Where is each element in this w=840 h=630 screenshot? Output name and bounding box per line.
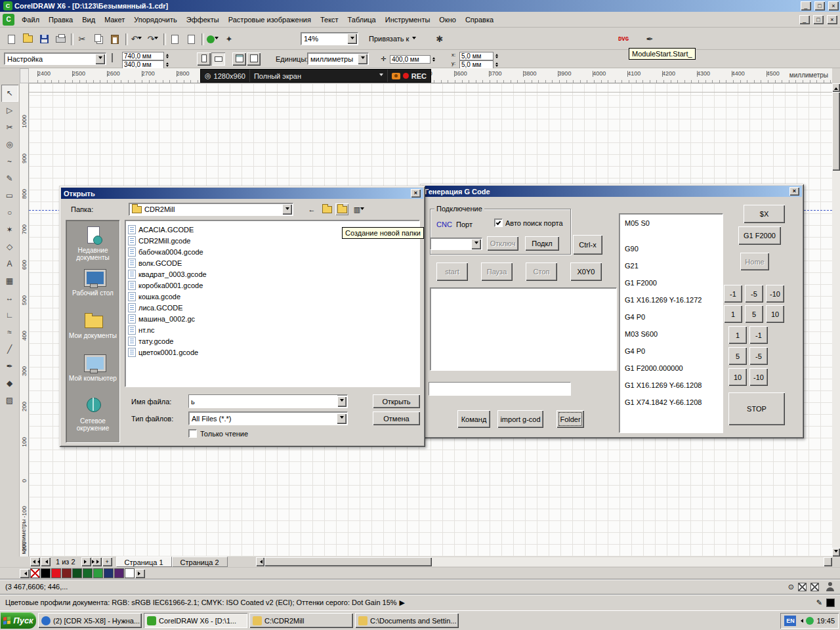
proof-icon[interactable]: ⊙ xyxy=(788,583,794,591)
doc-close-button[interactable]: × xyxy=(827,15,837,24)
color-swatch[interactable] xyxy=(62,568,72,578)
scroll-up-button[interactable] xyxy=(832,83,840,92)
gcode-line[interactable]: G90 xyxy=(625,245,723,262)
open-dialog-close-button[interactable]: × xyxy=(411,189,421,198)
horizontal-scroll-thumb[interactable] xyxy=(264,557,432,566)
autosearch-checkbox[interactable]: Авто поиск порта xyxy=(494,219,563,227)
gcode-line[interactable]: G1 X74.1842 Y-66.1208 xyxy=(625,398,723,415)
print-button[interactable] xyxy=(52,32,68,47)
zoom-level-combo[interactable]: 14% xyxy=(301,32,358,45)
color-swatch[interactable] xyxy=(72,568,82,578)
polygon-tool[interactable]: ✶ xyxy=(1,221,18,238)
taskbar-task-button[interactable]: C:\CDR2Mill xyxy=(249,613,353,628)
home-button[interactable]: Home xyxy=(740,253,769,270)
jog-button[interactable]: 5 xyxy=(728,347,747,365)
units-dropdown-button[interactable] xyxy=(358,54,368,64)
preset-dropdown-button[interactable] xyxy=(95,54,105,64)
file-list-item[interactable]: нт.nc xyxy=(125,324,419,335)
duplicate-y-spinner[interactable] xyxy=(494,61,499,68)
portrait-orientation-button[interactable] xyxy=(197,52,211,66)
all-pages-button[interactable] xyxy=(232,52,246,66)
vertical-scroll-thumb[interactable] xyxy=(832,92,840,171)
jog-button[interactable]: 10 xyxy=(728,368,747,386)
g1-f2000-button[interactable]: G1 F2000 xyxy=(738,226,781,245)
gcode-line[interactable]: G4 P0 xyxy=(625,347,723,364)
first-page-button[interactable] xyxy=(30,557,40,566)
gcode-listbox[interactable]: M05 S0 G90 G21 G1 F2000 G1 X16.1269 Y-16… xyxy=(619,213,723,433)
gcode-dialog-titlebar[interactable]: Генерация G Code × xyxy=(422,186,802,197)
dimension-tool[interactable]: ↔ xyxy=(1,289,18,306)
doc-restore-button[interactable]: □ xyxy=(813,15,824,24)
outline-pen-tool[interactable]: ✒ xyxy=(1,358,18,375)
gcode-line[interactable]: G1 F2000.000000 xyxy=(625,364,723,381)
filetype-dropdown-button[interactable] xyxy=(337,413,346,424)
menu-item[interactable]: Инструменты xyxy=(381,13,435,26)
places-bar-item[interactable]: Рабочий стол xyxy=(66,268,119,311)
file-list-item[interactable]: коробка0001.gcode xyxy=(125,280,419,291)
expand-arrow-icon[interactable]: ▶ xyxy=(400,598,405,607)
scroll-left-button[interactable] xyxy=(256,557,264,566)
jog-button[interactable]: 5 xyxy=(745,305,763,323)
new-folder-button[interactable] xyxy=(335,203,348,215)
import-gcode-button[interactable]: import g-cod xyxy=(497,410,543,428)
page-tab[interactable]: Страница 2 xyxy=(172,556,228,567)
nudge-field[interactable]: 400,0 мм xyxy=(390,55,436,64)
taskbar-task-button[interactable]: C:\Documents and Settin... xyxy=(355,613,459,628)
duplicate-x-spinner[interactable] xyxy=(494,52,499,60)
command-input-box[interactable] xyxy=(429,382,571,396)
autosearch-checkbox-box[interactable] xyxy=(494,219,503,227)
page-width-spinner[interactable] xyxy=(164,52,170,60)
page-width-field[interactable]: 740,0 мм xyxy=(122,52,170,60)
color-swatch[interactable] xyxy=(30,568,40,578)
doc-minimize-button[interactable]: _ xyxy=(799,15,810,24)
color-swatch[interactable] xyxy=(104,568,114,578)
text-tool[interactable]: А xyxy=(1,255,18,272)
jog-button[interactable]: -1 xyxy=(749,326,768,344)
fill-tool[interactable]: ◆ xyxy=(1,375,18,392)
gcode-line[interactable]: G1 X16.1269 Y-66.1208 xyxy=(625,381,723,398)
color-swatch[interactable] xyxy=(93,568,103,578)
gcode-line[interactable]: G21 xyxy=(625,262,723,279)
page-height-spinner[interactable] xyxy=(164,61,170,68)
back-button[interactable]: ← xyxy=(305,203,318,215)
jog-button[interactable]: 1 xyxy=(724,305,742,323)
file-list-item[interactable]: тату.gcode xyxy=(125,335,419,346)
snap-to-dropdown[interactable]: Привязать к xyxy=(365,32,420,45)
page-tab[interactable]: Страница 1 xyxy=(116,556,172,567)
port-combo[interactable] xyxy=(430,238,482,250)
taskbar-task-button[interactable]: (2) [CDR X5-X8] - Нужна... xyxy=(38,613,142,628)
last-page-button[interactable] xyxy=(92,557,102,566)
menu-item[interactable]: Правка xyxy=(44,13,77,26)
jog-button[interactable]: -10 xyxy=(766,285,784,303)
landscape-orientation-button[interactable] xyxy=(211,52,225,66)
folder-dropdown-button[interactable] xyxy=(282,204,292,215)
pause-button[interactable]: Пауза xyxy=(481,262,513,281)
gcode-line[interactable]: M05 S0 xyxy=(625,219,723,236)
places-bar-item[interactable]: Мои документы xyxy=(66,311,119,354)
rectangle-tool[interactable]: ▭ xyxy=(1,187,18,204)
gcode-dialog-close-button[interactable]: × xyxy=(789,187,799,196)
places-bar-item[interactable]: Сетевое окружение xyxy=(66,396,119,439)
readonly-checkbox-box[interactable] xyxy=(188,429,197,438)
crop-tool[interactable]: ✂ xyxy=(1,119,18,136)
places-bar-item[interactable]: Недавние документы xyxy=(66,226,119,268)
ellipse-tool[interactable]: ○ xyxy=(1,204,18,221)
export-button[interactable] xyxy=(183,32,199,47)
current-page-button[interactable] xyxy=(247,52,261,66)
filename-input[interactable] xyxy=(189,395,337,408)
freehand-tool[interactable]: ~ xyxy=(1,153,18,170)
start-button[interactable]: Пуск xyxy=(1,612,36,629)
preset-combo[interactable]: Настройка xyxy=(4,52,106,65)
cancel-button[interactable]: Отмена xyxy=(373,411,420,425)
filetype-combo[interactable]: All Files (*.*) xyxy=(188,411,348,425)
duplicate-x-field[interactable]: 5,0 мм xyxy=(459,52,499,60)
jog-button[interactable]: 1 xyxy=(728,326,747,344)
file-list-item[interactable]: цветок0001.gcode xyxy=(125,346,419,358)
command-button[interactable]: Команд xyxy=(457,410,490,428)
clock[interactable]: 19:45 xyxy=(816,617,835,625)
tray-app-icon[interactable] xyxy=(806,617,814,625)
gcode-line[interactable]: G1 X16.1269 Y-16.1272 xyxy=(625,296,723,313)
paste-button[interactable] xyxy=(107,32,123,47)
menu-item[interactable]: Файл xyxy=(17,13,44,26)
x0y0-button[interactable]: X0Y0 xyxy=(570,262,602,281)
